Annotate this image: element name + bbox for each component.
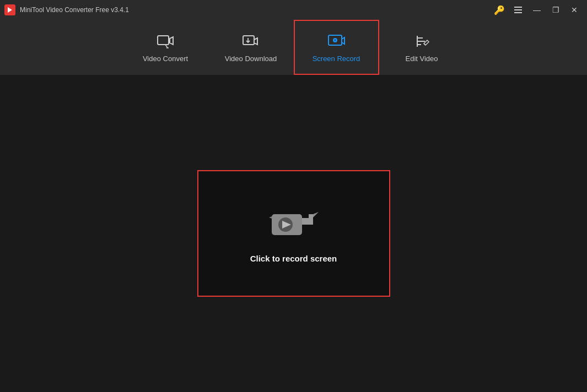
minimize-button[interactable]: — — [529, 3, 545, 17]
maximize-button[interactable]: ❐ — [547, 3, 564, 17]
tab-edit-video[interactable]: Edit Video — [379, 20, 465, 75]
svg-point-5 — [334, 39, 336, 41]
app-logo — [4, 4, 15, 15]
window-controls: 🔑 — ❐ ✕ — [491, 3, 583, 17]
key-icon: 🔑 — [494, 5, 505, 15]
close-icon: ✕ — [571, 6, 578, 14]
app-title: MiniTool Video Converter Free v3.4.1 — [20, 6, 129, 14]
svg-rect-2 — [243, 36, 254, 45]
record-label: Click to record screen — [250, 254, 337, 263]
tab-video-download-label: Video Download — [225, 55, 277, 63]
tab-edit-video-label: Edit Video — [405, 55, 438, 63]
tab-video-download[interactable]: Video Download — [208, 20, 294, 75]
record-area[interactable]: Click to record screen — [197, 170, 390, 297]
video-download-icon — [242, 32, 260, 50]
main-content: Click to record screen — [0, 75, 587, 392]
tab-video-convert-label: Video Convert — [143, 55, 188, 63]
screen-record-icon — [327, 32, 345, 50]
svg-marker-9 — [269, 216, 272, 219]
video-convert-icon — [157, 32, 174, 50]
svg-marker-11 — [313, 212, 319, 217]
hamburger-icon — [514, 7, 522, 13]
title-bar: MiniTool Video Converter Free v3.4.1 🔑 —… — [0, 0, 587, 20]
edit-video-icon — [413, 32, 430, 50]
tab-video-convert[interactable]: Video Convert — [123, 20, 208, 75]
close-button[interactable]: ✕ — [566, 3, 583, 17]
record-icon-wrapper — [269, 204, 319, 243]
minimize-icon: — — [533, 6, 541, 14]
tab-screen-record-label: Screen Record — [313, 55, 360, 63]
maximize-icon: ❐ — [552, 6, 559, 14]
title-bar-left: MiniTool Video Converter Free v3.4.1 — [4, 4, 129, 15]
nav-tabs: Video Convert Video Download Screen Reco… — [0, 20, 587, 75]
hamburger-button[interactable] — [510, 3, 526, 17]
key-button[interactable]: 🔑 — [491, 3, 508, 17]
camera-record-icon — [269, 204, 319, 243]
svg-marker-10 — [302, 214, 313, 225]
tab-screen-record[interactable]: Screen Record — [294, 20, 379, 75]
svg-marker-0 — [8, 7, 12, 13]
svg-rect-1 — [158, 36, 169, 45]
